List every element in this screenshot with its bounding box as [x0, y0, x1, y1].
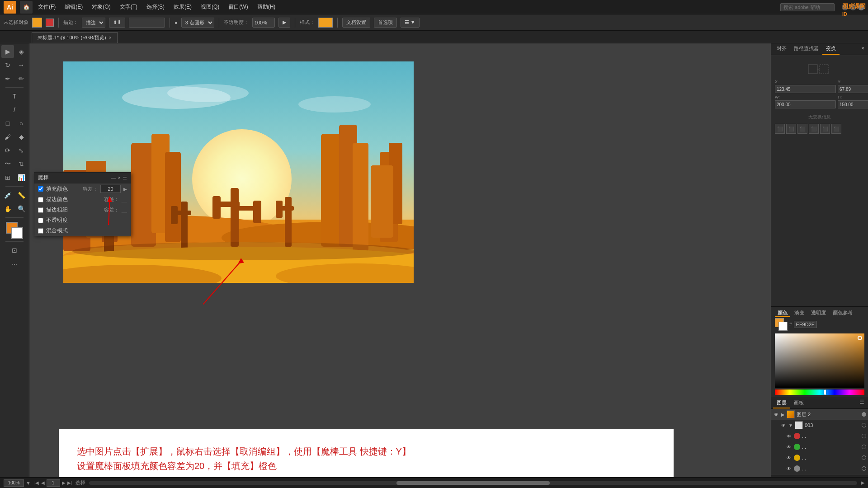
reflect-tool[interactable]: ↔: [15, 59, 28, 71]
menu-select[interactable]: 选择(S): [143, 2, 168, 12]
layer-row-yellow[interactable]: 👁 ...: [771, 452, 868, 463]
green-target[interactable]: [862, 445, 866, 449]
h-input[interactable]: [838, 100, 868, 108]
blob-tool[interactable]: ◆: [15, 131, 28, 143]
arrange-button[interactable]: ☰ ▼: [401, 18, 420, 28]
direct-selection-tool[interactable]: ◈: [15, 45, 28, 58]
y-input[interactable]: [838, 85, 868, 93]
layer-row-layer2[interactable]: 👁 ▶ 图层 2: [771, 409, 868, 420]
layer2-target[interactable]: [862, 412, 866, 417]
next-page-button[interactable]: ▶: [62, 480, 66, 485]
canvas-area[interactable]: 魔棒 — × ☰ 填充颜色 容差： ▶ 描边颜色 容差： __: [29, 43, 771, 488]
rect-tool[interactable]: □: [1, 117, 14, 130]
search-input[interactable]: [780, 3, 835, 11]
stroke-width-checkbox[interactable]: [38, 207, 43, 213]
yellow-visibility[interactable]: 👁: [786, 455, 792, 461]
hand-tool[interactable]: ✋: [1, 202, 14, 215]
selection-tool[interactable]: ▶: [1, 45, 14, 58]
tab-transform[interactable]: 变换: [822, 43, 840, 55]
zoom-dropdown[interactable]: ▼: [26, 480, 31, 486]
prev-page-button[interactable]: ◀: [41, 480, 45, 485]
blend-mode-checkbox[interactable]: [38, 228, 43, 234]
align-top-button[interactable]: ⬛: [809, 124, 819, 134]
layers-menu-button[interactable]: ☰: [858, 398, 866, 408]
point-type-dropdown[interactable]: 3 点圆形: [181, 18, 214, 28]
graph-tool[interactable]: 📊: [15, 171, 28, 184]
red-visibility[interactable]: 👁: [786, 433, 792, 439]
line-tool[interactable]: /: [8, 103, 21, 116]
free-transform-tool[interactable]: ⊞: [1, 171, 14, 184]
tab-close-button[interactable]: ×: [109, 35, 112, 40]
bg-swatch[interactable]: [778, 322, 788, 331]
horizontal-scrollbar[interactable]: [89, 481, 857, 485]
fill-color-swatch[interactable]: [32, 18, 42, 28]
pen-tool[interactable]: ✒: [1, 72, 14, 85]
style-swatch[interactable]: [318, 18, 333, 28]
menu-view[interactable]: 视图(Q): [197, 2, 223, 12]
paintbrush-tool[interactable]: 🖌: [1, 131, 14, 143]
menu-help[interactable]: 帮助(H): [254, 2, 279, 12]
opacity-checkbox[interactable]: [38, 218, 43, 223]
brush-dropdown[interactable]: 描边: [82, 18, 105, 28]
document-tab[interactable]: 未标题-1* @ 100% (RGB/预览) ×: [32, 32, 118, 43]
menu-file[interactable]: 文件(F): [34, 2, 59, 12]
opacity-arrow[interactable]: ▶: [278, 18, 290, 28]
fill-color-checkbox[interactable]: [38, 186, 43, 192]
type-tool[interactable]: T: [8, 90, 21, 103]
rotate2-tool[interactable]: ⟳: [1, 144, 14, 157]
menu-object[interactable]: 对象(O): [88, 2, 114, 12]
003-target[interactable]: [862, 423, 866, 427]
warp-tool[interactable]: 〜: [1, 158, 14, 170]
rotate-tool[interactable]: ↻: [1, 59, 14, 71]
align-left-button[interactable]: ⬛: [775, 124, 785, 134]
layer2-expand[interactable]: ▶: [781, 412, 785, 417]
more-tools[interactable]: ···: [8, 258, 21, 270]
panel-close-button[interactable]: ×: [118, 175, 121, 181]
yellow-target[interactable]: [862, 455, 866, 460]
page-input[interactable]: [47, 479, 60, 487]
tab-pathfinder[interactable]: 路径查找器: [790, 43, 822, 55]
stroke-color-swatch[interactable]: [46, 19, 54, 27]
hue-slider[interactable]: [775, 389, 864, 395]
width-tool[interactable]: ⇅: [15, 158, 28, 170]
eyedropper-tool[interactable]: 💉: [1, 189, 14, 202]
zoom-tool[interactable]: 🔍: [15, 202, 28, 215]
align-center-v-button[interactable]: ⬛: [820, 124, 830, 134]
tab-color[interactable]: 颜色: [775, 309, 790, 317]
home-button[interactable]: 🏠: [20, 1, 33, 14]
align-center-h-button[interactable]: ⬛: [786, 124, 796, 134]
doc-settings-button[interactable]: 文档设置: [342, 18, 370, 28]
panel-menu-button[interactable]: ☰: [123, 175, 127, 181]
layer-row-gray[interactable]: 👁 ...: [771, 463, 868, 474]
measure-tool[interactable]: 📏: [15, 189, 28, 202]
align-right-button[interactable]: ⬛: [797, 124, 807, 134]
menu-text[interactable]: 文字(T): [116, 2, 141, 12]
scale-tool[interactable]: ⤡: [15, 144, 28, 157]
stroke-color-checkbox[interactable]: [38, 197, 43, 202]
gray-target[interactable]: [862, 466, 866, 471]
scroll-right-button[interactable]: ▶: [861, 480, 864, 486]
fill-tolerance-arrow[interactable]: ▶: [123, 187, 127, 192]
tab-align[interactable]: 对齐: [773, 43, 790, 55]
artboard-tool[interactable]: ⊡: [8, 244, 21, 257]
red-target[interactable]: [862, 434, 866, 438]
x-input[interactable]: [775, 85, 836, 93]
zoom-input[interactable]: [4, 479, 24, 487]
last-page-button[interactable]: ▶|: [67, 480, 72, 485]
layer-row-green[interactable]: 👁 ...: [771, 441, 868, 452]
right-panel-close[interactable]: ×: [859, 43, 866, 55]
preferences-button[interactable]: 首选项: [374, 18, 397, 28]
up-down-arrows[interactable]: ⬆⬇: [109, 18, 125, 28]
color-picker-gradient[interactable]: [775, 333, 864, 388]
layer2-visibility[interactable]: 👁: [773, 411, 779, 418]
opacity-input[interactable]: [252, 18, 275, 28]
tab-transparency[interactable]: 透明度: [808, 309, 829, 316]
layer-row-red[interactable]: 👁 ...: [771, 431, 868, 441]
menu-edit[interactable]: 编辑(E): [61, 2, 86, 12]
003-visibility[interactable]: 👁: [780, 422, 787, 428]
menu-effect[interactable]: 效果(E): [170, 2, 195, 12]
tab-artboards[interactable]: 画板: [790, 398, 807, 408]
tab-color-reference[interactable]: 颜色参考: [830, 309, 855, 316]
pencil-tool[interactable]: ✏: [15, 72, 28, 85]
fill-tolerance-input[interactable]: [100, 185, 121, 193]
